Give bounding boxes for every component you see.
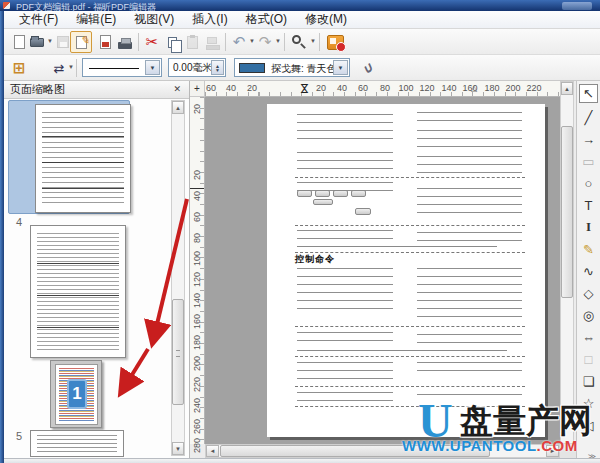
curve-tool-icon[interactable]: ∿ bbox=[580, 260, 598, 282]
export-pdf-icon[interactable] bbox=[96, 34, 114, 50]
pencil-tool-icon[interactable]: ✎ bbox=[580, 238, 598, 260]
thumbnail-page-3[interactable] bbox=[35, 104, 131, 213]
line-style-select[interactable]: ▼ bbox=[82, 58, 162, 77]
plugin-icon[interactable] bbox=[326, 34, 344, 50]
vertical-scrollbar[interactable]: ▲ bbox=[560, 81, 574, 444]
vertical-ruler: 2020406080100120140160180200220240260280 bbox=[190, 97, 205, 444]
star-tool-icon[interactable]: ☆ bbox=[580, 392, 598, 414]
ruler-tick: 100 bbox=[398, 83, 413, 93]
scroll-up-icon[interactable]: ▲ bbox=[172, 101, 184, 114]
paste-icon[interactable] bbox=[183, 34, 201, 50]
redo-icon[interactable]: ↷ bbox=[256, 34, 274, 50]
ruler-tick: 180 bbox=[192, 336, 202, 350]
ruler-tick: 220 bbox=[526, 83, 541, 93]
document-canvas[interactable]: 控制命令 bbox=[205, 97, 560, 444]
ruler-tick: 80 bbox=[192, 231, 202, 245]
document-form-button[interactable] bbox=[315, 190, 330, 197]
thumbnail-panel-header: 页面缩略图 ✕ bbox=[4, 81, 189, 99]
horizontal-scrollbar[interactable]: ◄ ► bbox=[205, 444, 560, 458]
ruler-tick: 40 bbox=[337, 83, 347, 93]
ruler-tick: 20 bbox=[192, 168, 202, 182]
section-divider bbox=[295, 177, 525, 178]
text-lines bbox=[297, 350, 507, 351]
edit-mode-button[interactable] bbox=[70, 31, 92, 53]
main-toolbar: ▼ ✂ ↶ ▼ ↷ ▼ ▼ bbox=[4, 29, 600, 55]
stroke-width-stepper[interactable]: ▲▼ bbox=[211, 60, 224, 75]
arrow-tool-icon[interactable]: → bbox=[580, 128, 598, 150]
text-lines bbox=[417, 188, 522, 214]
document-form-button[interactable] bbox=[297, 190, 312, 197]
sphere-tool-icon[interactable]: ◎ bbox=[580, 304, 598, 326]
document-form-button[interactable] bbox=[313, 199, 333, 205]
thumbnail-page-4[interactable] bbox=[30, 225, 126, 358]
print-icon[interactable] bbox=[116, 34, 134, 50]
line-style-dropdown-icon[interactable]: ▼ bbox=[145, 60, 160, 75]
megaphone-tool-icon[interactable]: ◁ bbox=[580, 414, 598, 436]
text-column-tool-icon[interactable]: I bbox=[580, 216, 598, 238]
section-divider bbox=[295, 356, 525, 357]
zoom-icon[interactable] bbox=[290, 34, 308, 50]
cut-icon[interactable]: ✂ bbox=[143, 34, 161, 50]
undo-icon[interactable]: ↶ bbox=[230, 34, 248, 50]
text-tool-icon[interactable]: T bbox=[580, 194, 598, 216]
redo-dropdown-icon[interactable]: ▼ bbox=[273, 38, 283, 44]
square-tool-icon[interactable]: □ bbox=[580, 348, 598, 370]
zoom-dropdown-icon[interactable]: ▼ bbox=[308, 38, 318, 44]
edit-icon bbox=[76, 36, 87, 49]
document-page[interactable]: 控制命令 bbox=[267, 104, 545, 437]
color-dropdown-icon[interactable]: ▼ bbox=[333, 60, 348, 75]
text-lines bbox=[417, 362, 522, 378]
ruler-tick: 140 bbox=[192, 294, 202, 308]
scroll-up-icon[interactable]: ▲ bbox=[561, 82, 573, 95]
menu-format[interactable]: 格式(O) bbox=[237, 10, 296, 29]
ruler-tick: 60 bbox=[192, 210, 202, 224]
stamp-icon[interactable] bbox=[203, 34, 221, 50]
scrollbar-thumb[interactable] bbox=[172, 299, 184, 405]
swap-dropdown-icon[interactable]: ▼ bbox=[66, 64, 76, 70]
diamond-tool-icon[interactable]: ◇ bbox=[580, 282, 598, 304]
open-file-icon[interactable] bbox=[28, 34, 46, 50]
panel-close-icon[interactable]: ✕ bbox=[170, 83, 184, 95]
ruler-tick: 160 bbox=[462, 83, 477, 93]
scrollbar-thumb[interactable] bbox=[220, 445, 490, 457]
fill-color-icon[interactable]: ∪ bbox=[358, 60, 376, 76]
window-controls[interactable] bbox=[562, 2, 592, 10]
scroll-left-icon[interactable]: ◄ bbox=[206, 445, 219, 457]
scroll-right-icon[interactable]: ► bbox=[546, 445, 559, 457]
thumbnail-content bbox=[37, 435, 117, 454]
callout-tool-icon[interactable]: ❏ bbox=[580, 370, 598, 392]
line-style-sample bbox=[89, 68, 139, 69]
document-form-button[interactable] bbox=[355, 208, 371, 215]
drag-page-badge: 1 bbox=[67, 379, 87, 409]
rectangle-tool-icon[interactable]: ▭ bbox=[580, 150, 598, 172]
menu-modify[interactable]: 修改(M) bbox=[296, 10, 356, 29]
thumbnail-selected[interactable] bbox=[8, 100, 130, 214]
double-arrow-tool-icon[interactable]: ⇔ bbox=[580, 326, 598, 348]
new-document-icon[interactable] bbox=[10, 34, 28, 50]
table-icon[interactable]: ⊞ bbox=[10, 60, 28, 76]
line-tool-icon[interactable]: ╱ bbox=[580, 106, 598, 128]
scroll-down-icon[interactable]: ▼ bbox=[172, 442, 184, 455]
application-window: PDF文档编辑.pdf - 福昕PDF编辑器 文件(F)编辑(E)视图(V)插入… bbox=[0, 0, 600, 463]
scrollbar-thumb[interactable] bbox=[561, 126, 573, 298]
select-tool-icon[interactable]: ↖ bbox=[579, 84, 598, 103]
stroke-width-input[interactable]: 0.00毫米 ▲▼ bbox=[168, 58, 226, 77]
document-form-button[interactable] bbox=[333, 190, 348, 197]
thumbnail-page-5[interactable] bbox=[30, 430, 124, 457]
font-color-icon[interactable] bbox=[32, 60, 50, 76]
separator bbox=[225, 33, 226, 51]
thumbnail-list: 4 1 5 ▲ ▼ bbox=[4, 99, 189, 457]
titlebar[interactable]: PDF文档编辑.pdf - 福昕PDF编辑器 bbox=[0, 0, 600, 11]
statusbar bbox=[0, 458, 600, 463]
ruler-tick: 260 bbox=[192, 420, 202, 434]
document-form-button[interactable] bbox=[351, 190, 366, 197]
ruler-tick: 100 bbox=[192, 252, 202, 266]
thumbnail-dragged-page[interactable]: 1 bbox=[50, 360, 102, 428]
ruler-tick: 240 bbox=[192, 399, 202, 413]
thumbnail-panel: 页面缩略图 ✕ 4 1 5 ▲ ▼ bbox=[4, 81, 190, 458]
copy-icon[interactable] bbox=[163, 34, 181, 50]
thumbnail-scrollbar[interactable]: ▲ ▼ bbox=[171, 100, 185, 456]
menu-insert[interactable]: 插入(I) bbox=[183, 10, 236, 29]
ellipse-tool-icon[interactable]: ○ bbox=[580, 172, 598, 194]
color-select[interactable]: 探戈舞: 青天色 2 ▼ bbox=[234, 58, 350, 77]
